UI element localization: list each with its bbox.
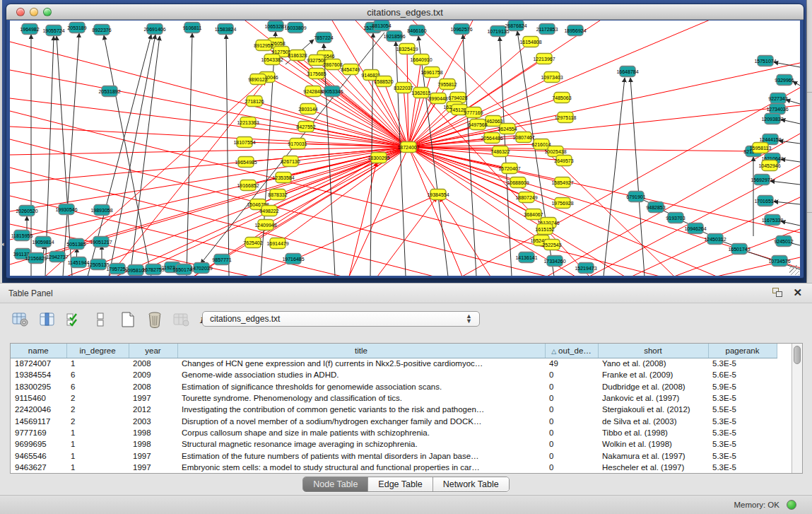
citation-edge-black[interactable]	[463, 35, 476, 276]
column-header-in_degree[interactable]: in_degree	[66, 344, 129, 358]
graph-node-teal[interactable]: 12734036	[766, 104, 788, 115]
table-row[interactable]: 1830029562008Estimation of significance …	[11, 381, 792, 392]
graph-node-yellow[interactable]: 8427552	[296, 122, 315, 132]
graph-node-yellow[interactable]: 16154808	[519, 37, 541, 47]
table-row[interactable]: 1456911722003Disruption of a novel membe…	[11, 415, 792, 426]
table-cell[interactable]: 5.5E-5	[708, 404, 777, 415]
float-window-icon[interactable]	[772, 288, 784, 298]
table-cell[interactable]: Structural magnetic resonance image aver…	[177, 438, 545, 450]
graph-node-teal[interactable]: 15692971	[751, 175, 772, 185]
graph-node-yellow[interactable]: 19384554	[427, 189, 449, 200]
citation-edge-red[interactable]	[10, 42, 408, 147]
citation-edge-black[interactable]	[324, 44, 335, 276]
node-table-grid[interactable]: namein_degreeyeartitle△out_de…shortpager…	[11, 344, 792, 473]
tab-node-table[interactable]: Node Table	[303, 477, 368, 491]
graph-node-teal[interactable]: 19051217	[90, 237, 112, 247]
show-columns-icon[interactable]	[38, 310, 57, 329]
graph-node-teal[interactable]: 8466160	[407, 25, 426, 36]
graph-node-teal[interactable]: 8922376	[92, 25, 111, 35]
table-cell[interactable]: 5.6E-5	[708, 369, 777, 380]
graph-node-yellow[interactable]: 18807249	[515, 192, 537, 203]
graph-node-teal[interactable]: 19055724	[42, 25, 64, 36]
table-cell[interactable]: Hescheler et al. (1997)	[598, 462, 708, 473]
table-row[interactable]: 946362711997Embryonic stem cells: a mode…	[11, 462, 792, 473]
table-cell[interactable]: 2	[66, 415, 129, 426]
delete-icon[interactable]	[146, 310, 164, 329]
table-cell[interactable]: 1997	[129, 450, 177, 461]
table-cell[interactable]: 6	[66, 369, 129, 380]
graph-node-yellow[interactable]: 19654985	[235, 157, 257, 168]
table-cell[interactable]: 1998	[129, 438, 177, 450]
graph-node-yellow[interactable]: 12213967	[533, 54, 555, 64]
citation-edge-red[interactable]	[440, 197, 490, 276]
graph-node-teal[interactable]: 12156829	[25, 253, 47, 264]
table-cell[interactable]: Embryonic stem cells: a model to study s…	[177, 462, 545, 473]
table-cell[interactable]: 5.9E-5	[708, 381, 777, 392]
graph-node-yellow[interactable]: 1588520	[374, 76, 393, 87]
citation-edge-black[interactable]	[786, 100, 800, 104]
select-all-icon[interactable]	[65, 310, 83, 329]
graph-node-teal[interactable]: 9245012	[774, 236, 793, 247]
graph-node-yellow[interactable]: 10973403	[541, 72, 563, 83]
graph-node-yellow[interactable]: 1615152	[535, 224, 554, 235]
graph-node-teal[interactable]: 10962576	[450, 24, 472, 35]
table-cell[interactable]: 1998	[129, 427, 177, 438]
table-cell[interactable]: 1	[66, 438, 129, 450]
citation-edge-black[interactable]	[130, 36, 160, 276]
graph-node-yellow[interactable]: 3624554	[498, 124, 517, 134]
graph-node-teal[interactable]: 26876824	[505, 21, 526, 31]
citation-edge-black[interactable]	[774, 62, 800, 67]
graph-node-teal[interactable]: 10946264	[684, 223, 706, 234]
graph-node-teal[interactable]: 11451944	[68, 257, 90, 268]
table-cell[interactable]: 0	[545, 404, 598, 415]
graph-node-teal[interactable]: 16648784	[616, 66, 638, 77]
table-cell[interactable]: 18724007	[11, 358, 66, 369]
graph-node-yellow[interactable]: 3684067	[524, 209, 543, 220]
citation-edge-black[interactable]	[781, 119, 800, 124]
graph-node-yellow[interactable]: 16961758	[420, 67, 442, 78]
resize-grip[interactable]	[789, 265, 799, 275]
table-cell[interactable]: Nakamura et al. (1997)	[598, 450, 708, 461]
graph-node-yellow[interactable]: 8912955	[254, 40, 273, 51]
graph-node-yellow[interactable]: 12353584	[272, 173, 294, 183]
graph-node-yellow[interactable]: 2803144	[298, 104, 317, 115]
graph-node-yellow[interactable]: 15720407	[498, 163, 520, 174]
graph-node-yellow[interactable]: 10807467	[512, 132, 534, 143]
citation-edge-red[interactable]	[116, 158, 379, 276]
graph-node-teal[interactable]: 7857224	[314, 33, 333, 43]
table-cell[interactable]: 0	[545, 381, 598, 392]
table-cell[interactable]: de Silva et al. (2003)	[598, 415, 708, 426]
graph-node-yellow[interactable]: 9777169	[464, 107, 483, 118]
citation-edge-black[interactable]	[630, 78, 645, 276]
citation-edge-red[interactable]	[408, 63, 800, 147]
table-cell[interactable]: 5.3E-5	[708, 438, 777, 450]
graph-node-yellow[interactable]: 18107554	[233, 137, 255, 148]
graph-node-teal[interactable]: 21172853	[536, 24, 558, 35]
citation-edge-red[interactable]	[10, 98, 408, 147]
graph-node-teal[interactable]: 9193703	[666, 213, 685, 223]
table-cell[interactable]: 5.3E-5	[708, 358, 777, 369]
column-header-name[interactable]: name	[11, 344, 66, 358]
column-header-pagerank[interactable]: pagerank	[708, 344, 777, 358]
graph-node-yellow[interactable]: 2522543	[542, 240, 561, 250]
table-cell[interactable]: 1997	[129, 392, 177, 404]
graph-node-yellow[interactable]: 10543382	[261, 54, 283, 65]
citation-edge-black[interactable]	[781, 159, 800, 162]
table-cell[interactable]: 9115460	[11, 392, 66, 404]
graph-node-yellow[interactable]: 15958113	[750, 143, 772, 153]
graph-node-teal[interactable]: 9482853	[646, 202, 665, 213]
window-titlebar[interactable]: citations_edges.txt	[6, 4, 804, 20]
graph-node-yellow[interactable]: 16914479	[266, 238, 288, 249]
graph-node-yellow[interactable]: 7486322	[490, 146, 510, 157]
table-cell[interactable]: 0	[545, 369, 598, 380]
graph-node-teal[interactable]: 15219473	[575, 263, 596, 274]
graph-node-teal[interactable]: 17016514	[754, 196, 776, 206]
table-cell[interactable]: Wolkin et al. (1998)	[598, 438, 708, 450]
graph-node-teal[interactable]: 5051385	[66, 239, 86, 250]
table-cell[interactable]: 1	[66, 427, 129, 438]
graph-node-teal[interactable]: 19716485	[282, 254, 304, 264]
graph-node-yellow[interactable]: 20564486	[481, 133, 502, 144]
table-cell[interactable]: 5.3E-5	[708, 450, 777, 461]
table-cell[interactable]: Stergiakouli et al. (2012)	[598, 404, 708, 415]
citation-edge-black[interactable]	[774, 201, 800, 204]
